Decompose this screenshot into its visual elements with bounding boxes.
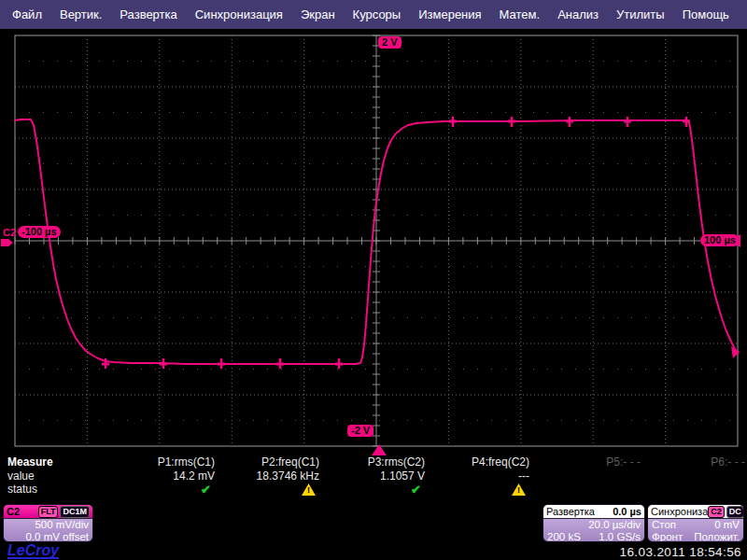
status-row-title: status <box>7 483 37 496</box>
measure-p2-value: 18.3746 kHz <box>215 469 319 483</box>
timebase-samples: 200 kS <box>547 531 581 543</box>
measure-p5-label[interactable]: P5:- - - <box>536 455 641 469</box>
trigger-edge-label: Фронт <box>652 531 683 543</box>
channel-trace-label: C2 <box>3 227 16 238</box>
check-icon: ✔ <box>201 483 211 497</box>
channel-c2-descriptor[interactable]: C2 FLT DC1M 500 mV/div 0.0 mV offset <box>3 504 93 542</box>
measure-p1-status: ✔ <box>110 483 215 497</box>
trigger-title: Синхрониза <box>651 506 708 517</box>
measure-row-title: Measure <box>7 455 53 469</box>
filter-badge: FLT <box>38 506 59 518</box>
trigger-mode-row: Стоп 0 mV <box>648 519 743 531</box>
channel-offset: 0.0 mV offset <box>4 531 92 543</box>
timebase-header: Развертка 0.0 µs <box>543 505 644 519</box>
measure-p4-label[interactable]: P4:freq(C2) <box>425 455 529 469</box>
trigger-source-badge: C2 <box>708 506 725 518</box>
measure-p1-value: 14.2 mV <box>110 469 215 483</box>
coupling-badge: DC1M <box>60 506 90 518</box>
right-time-marker[interactable]: 100 µs <box>700 234 740 246</box>
measure-label-row: Measure P1:rms(C1) P2:freq(C1) P3:rms(C2… <box>0 455 747 469</box>
timebase-title: Развертка <box>546 506 595 517</box>
warning-icon: ! <box>302 483 316 496</box>
timebase-per-div: 20.0 µs/div <box>543 519 644 531</box>
measure-p3-label[interactable]: P3:rms(C2) <box>320 455 425 469</box>
measure-p2-label[interactable]: P2:freq(C1) <box>215 455 319 469</box>
timebase-sampling: 200 kS 1.0 GS/s <box>543 531 644 543</box>
timebase-rate: 1.0 GS/s <box>599 531 641 543</box>
warning-icon: ! <box>512 483 526 496</box>
lecroy-logo: LeCroy <box>7 543 59 559</box>
datetime-display: 16.03.2011 18:54:56 <box>620 545 741 559</box>
trigger-level: 0 mV <box>714 519 740 531</box>
channel-volts-per-div: 500 mV/div <box>4 519 92 531</box>
left-time-marker[interactable]: -100 µs <box>18 226 61 238</box>
trigger-descriptor[interactable]: Синхрониза C2 DC Стоп 0 mV Фронт Положит… <box>647 504 744 542</box>
trigger-mode: Стоп <box>652 519 676 531</box>
trigger-header: Синхрониза C2 DC <box>648 505 743 519</box>
measure-p3-value: 1.1057 V <box>320 469 425 483</box>
timebase-descriptor[interactable]: Развертка 0.0 µs 20.0 µs/div 200 kS 1.0 … <box>543 504 645 542</box>
channel-c2-header: C2 FLT DC1M <box>4 505 92 519</box>
top-level-marker[interactable]: 2 V <box>378 36 402 49</box>
trigger-edge: Положит. <box>694 531 740 543</box>
measure-p6-label[interactable]: P6:- - - <box>641 455 745 469</box>
channel-name: C2 <box>7 506 20 517</box>
value-row-title: value <box>7 469 35 483</box>
measure-p4-value: --- <box>425 469 529 483</box>
measure-p3-status: ✔ <box>320 483 425 497</box>
timebase-delay: 0.0 µs <box>613 506 641 517</box>
oscilloscope-screen: Файл Вертик. Развертка Синхронизация Экр… <box>0 0 747 560</box>
measure-value-row: value 14.2 mV 18.3746 kHz 1.1057 V --- <box>0 469 747 483</box>
check-icon: ✔ <box>411 483 421 497</box>
bottom-level-marker[interactable]: -2 V <box>347 425 374 437</box>
measure-p1-label[interactable]: P1:rms(C1) <box>110 455 215 469</box>
measure-status-row: status ✔ ! ✔ ! <box>0 483 747 496</box>
trigger-edge-row: Фронт Положит. <box>648 531 743 543</box>
trigger-coupling-badge: DC <box>726 506 744 518</box>
measure-p2-status: ! <box>215 483 319 496</box>
measure-p4-status: ! <box>425 483 529 496</box>
